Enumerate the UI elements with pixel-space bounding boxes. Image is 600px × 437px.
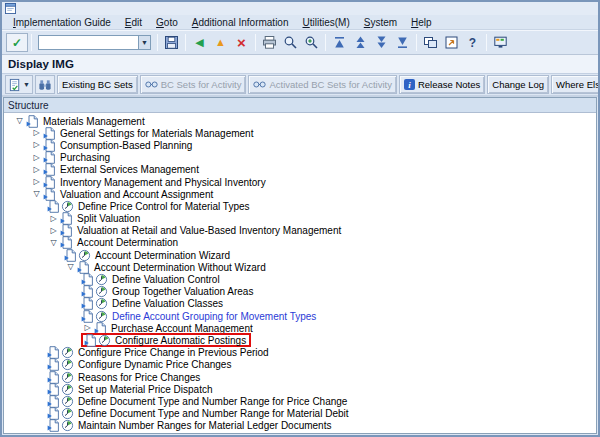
collapse-arrow-icon[interactable]: ▽ [64, 263, 77, 271]
img-doc-icon [81, 285, 94, 298]
tree-item[interactable]: ▷Consumption-Based Planning [4, 139, 596, 151]
tree-item[interactable]: ▷Valuation at Retail and Value-Based Inv… [4, 225, 596, 237]
find-icon [283, 35, 298, 50]
img-doc-icon [64, 249, 77, 262]
tree-item-label[interactable]: External Services Management [57, 164, 199, 175]
tree-item-label[interactable]: Define Document Type and Number Range fo… [75, 396, 347, 407]
view-select-icon-button[interactable]: ▼ [5, 75, 33, 94]
tree-item-label[interactable]: Valuation and Account Assignment [57, 189, 213, 200]
collapse-arrow-icon[interactable]: ▽ [13, 117, 26, 125]
expand-arrow-icon[interactable]: ▷ [30, 154, 43, 162]
customize-button[interactable] [490, 32, 511, 53]
menu-additional-information[interactable]: Additional Information [185, 17, 296, 28]
tree-item[interactable]: Group Together Valuation Areas [4, 286, 596, 298]
tree-item[interactable]: ▷Inventory Management and Physical Inven… [4, 176, 596, 188]
tree-item[interactable]: Set up Material Price Dispatch [4, 383, 596, 395]
change-log-button[interactable]: Change Log [487, 75, 549, 94]
menu-edit[interactable]: Edit [118, 17, 149, 28]
expand-arrow-icon[interactable]: ▷ [30, 166, 43, 174]
tree-item-label[interactable]: Account Determination Without Wizard [91, 262, 266, 273]
tree-item[interactable]: Configure Dynamic Price Changes [4, 359, 596, 371]
tree-item-label[interactable]: Purchasing [57, 152, 110, 163]
tree-item-label[interactable]: Account Determination Wizard [92, 250, 230, 261]
tree-item-label[interactable]: Define Valuation Classes [109, 298, 223, 309]
menu-goto[interactable]: Goto [149, 17, 185, 28]
release-notes-button[interactable]: iRelease Notes [399, 75, 485, 94]
expand-arrow-icon[interactable]: ▷ [47, 227, 60, 235]
tree-item[interactable]: Define Valuation Control [4, 273, 596, 285]
enter-button[interactable]: ✓ [6, 33, 28, 52]
tree-item-label[interactable]: Define Account Grouping for Movement Typ… [109, 311, 316, 322]
exit-button[interactable]: ▲ [210, 32, 231, 53]
shortcut-button[interactable] [441, 32, 462, 53]
new-session-button[interactable] [420, 32, 441, 53]
tree-item[interactable]: Define Valuation Classes [4, 298, 596, 310]
tree-item[interactable]: Configure Price Change in Previous Perio… [4, 347, 596, 359]
last-page-button[interactable] [392, 32, 413, 53]
print-icon [262, 35, 277, 50]
tree-item-label[interactable]: Group Together Valuation Areas [109, 286, 253, 297]
tree-item[interactable]: ▽Account Determination [4, 237, 596, 249]
tree-item[interactable]: ▷General Settings for Materials Manageme… [4, 127, 596, 139]
tree-item[interactable]: Define Document Type and Number Range fo… [4, 395, 596, 407]
help-button[interactable]: ? [462, 32, 483, 53]
window-menu-icon[interactable] [5, 3, 16, 14]
expand-arrow-icon[interactable]: ▷ [30, 141, 43, 149]
menu-help[interactable]: Help [404, 17, 439, 28]
tree-item[interactable]: Define Account Grouping for Movement Typ… [4, 310, 596, 322]
tree-item-label[interactable]: Set up Material Price Dispatch [75, 384, 213, 395]
tree-item[interactable]: ▷Purchasing [4, 152, 596, 164]
tree-item-label[interactable]: Configure Dynamic Price Changes [75, 359, 231, 370]
tree-item-label[interactable]: Define Valuation Control [109, 274, 220, 285]
tree-item[interactable]: Configure Automatic Postings [4, 334, 596, 346]
expand-arrow-icon[interactable]: ▷ [30, 129, 43, 137]
tree-item[interactable]: ▽Materials Management [4, 115, 596, 127]
back-button[interactable]: ◀ [189, 32, 210, 53]
tree-item-label[interactable]: Materials Management [40, 116, 145, 127]
page-down-button[interactable] [371, 32, 392, 53]
expand-arrow-icon[interactable]: ▷ [30, 178, 43, 186]
tree-item-label[interactable]: Consumption-Based Planning [57, 140, 192, 151]
collapse-arrow-icon[interactable]: ▽ [47, 239, 60, 247]
tree-item[interactable]: ▽Valuation and Account Assignment [4, 188, 596, 200]
expand-arrow-icon[interactable]: ▷ [81, 324, 94, 332]
command-input[interactable] [38, 35, 138, 50]
page-up-button[interactable] [350, 32, 371, 53]
existing-bc-sets-button[interactable]: Existing BC Sets [57, 75, 138, 94]
tree-item-label[interactable]: General Settings for Materials Managemen… [57, 128, 253, 139]
tree-item-label[interactable]: Configure Price Change in Previous Perio… [75, 347, 269, 358]
tree-item-label[interactable]: Reasons for Price Changes [75, 372, 200, 383]
cancel-button[interactable]: × [231, 32, 252, 53]
print-button[interactable] [259, 32, 280, 53]
menu-utilities-m[interactable]: Utilities(M) [296, 17, 357, 28]
tree-item-label[interactable]: Account Determination [74, 237, 178, 248]
tree-item[interactable]: Define Price Control for Material Types [4, 200, 596, 212]
command-history-dropdown[interactable]: ▼ [138, 35, 151, 50]
menu-implementation-guide[interactable]: Implementation Guide [6, 17, 118, 28]
save-button[interactable] [161, 32, 182, 53]
tree-item-label[interactable]: Define Document Type and Number Range fo… [75, 408, 349, 419]
tree-item[interactable]: ▽Account Determination Without Wizard [4, 261, 596, 273]
tree-item-label[interactable]: Split Valuation [74, 213, 140, 224]
find-next-button[interactable] [301, 32, 322, 53]
tree-item-label[interactable]: Define Price Control for Material Types [75, 201, 250, 212]
binoculars-icon-button[interactable] [35, 75, 55, 94]
collapse-arrow-icon[interactable]: ▽ [30, 190, 43, 198]
img-doc-icon [47, 346, 60, 359]
tree-item[interactable]: ▷Split Valuation [4, 213, 596, 225]
tree-item[interactable]: Reasons for Price Changes [4, 371, 596, 383]
tree-item[interactable]: Define Document Type and Number Range fo… [4, 408, 596, 420]
tree-item[interactable]: Account Determination Wizard [4, 249, 596, 261]
tree-item-label[interactable]: Maintain Number Ranges for Material Ledg… [75, 420, 331, 431]
tree-item[interactable]: Maintain Number Ranges for Material Ledg… [4, 420, 596, 432]
tree-item-label[interactable]: Valuation at Retail and Value-Based Inve… [74, 225, 341, 236]
tree-item-label[interactable]: Inventory Management and Physical Invent… [57, 177, 266, 188]
first-page-button[interactable] [329, 32, 350, 53]
expand-arrow-icon[interactable]: ▷ [47, 215, 60, 223]
find-button[interactable] [280, 32, 301, 53]
tree-item[interactable]: ▷External Services Management [4, 164, 596, 176]
where-else-used-button[interactable]: Where Else Used [551, 75, 598, 94]
menu-system[interactable]: System [357, 17, 404, 28]
tree-item-label[interactable]: Purchase Account Management [108, 323, 253, 334]
tree-item-label[interactable]: Configure Automatic Postings [112, 335, 246, 346]
